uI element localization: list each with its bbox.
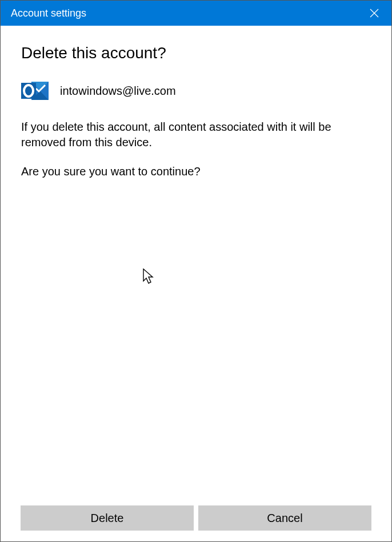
titlebar: Account settings <box>1 1 391 26</box>
account-email: intowindows@live.com <box>60 85 176 98</box>
window-title: Account settings <box>11 7 86 19</box>
confirm-text: Are you sure you want to continue? <box>21 164 371 179</box>
svg-marker-9 <box>143 269 153 283</box>
outlook-icon <box>21 78 49 103</box>
button-row: Delete Cancel <box>21 505 371 531</box>
close-button[interactable] <box>357 1 391 26</box>
account-row: intowindows@live.com <box>21 78 371 103</box>
cancel-button[interactable]: Cancel <box>198 505 371 531</box>
dialog-content: Delete this account? intowindows@live.co… <box>1 26 391 179</box>
close-icon <box>370 9 379 18</box>
warning-text: If you delete this account, all content … <box>21 119 371 150</box>
delete-button[interactable]: Delete <box>21 505 194 531</box>
dialog-heading: Delete this account? <box>21 44 371 62</box>
cursor-icon <box>143 268 157 284</box>
